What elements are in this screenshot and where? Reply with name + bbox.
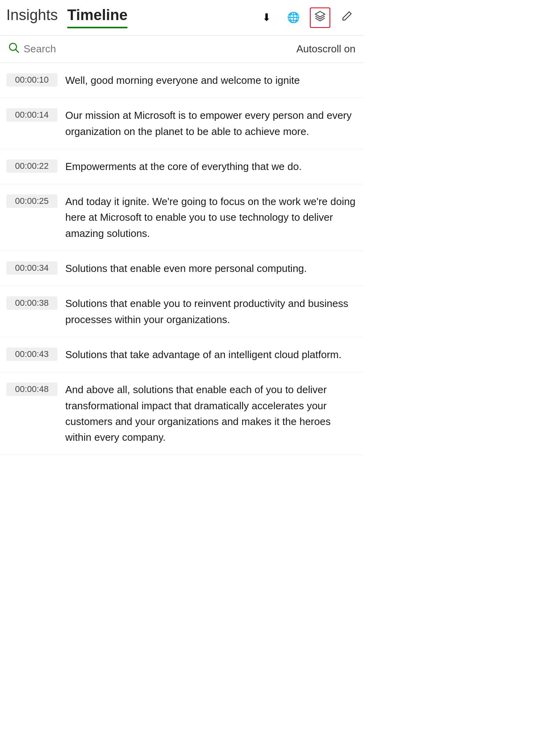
timestamp: 00:00:38 xyxy=(6,296,57,310)
download-icon: ⬇ xyxy=(262,11,271,24)
edit-icon xyxy=(341,10,353,25)
timestamp: 00:00:48 xyxy=(6,383,57,396)
timeline-entry: 00:00:10 Well, good morning everyone and… xyxy=(0,63,363,98)
transcript-text: Well, good morning everyone and welcome … xyxy=(65,72,355,88)
timestamp: 00:00:43 xyxy=(6,348,57,361)
timeline-entry: 00:00:43 Solutions that take advantage o… xyxy=(0,337,363,372)
timeline-entry: 00:00:14 Our mission at Microsoft is to … xyxy=(0,98,363,149)
svg-line-1 xyxy=(16,50,18,52)
globe-icon: 🌐 xyxy=(287,11,300,24)
transcript-text: Solutions that take advantage of an inte… xyxy=(65,347,355,362)
timeline-entry: 00:00:48 And above all, solutions that e… xyxy=(0,372,363,455)
timeline-entry: 00:00:25 And today it ignite. We're goin… xyxy=(0,184,363,251)
search-bar: Autoscroll on xyxy=(0,35,363,63)
timestamp: 00:00:10 xyxy=(6,73,57,87)
timestamp: 00:00:14 xyxy=(6,108,57,122)
tab-timeline[interactable]: Timeline xyxy=(67,7,127,28)
timeline-entry: 00:00:38 Solutions that enable you to re… xyxy=(0,286,363,337)
nav-tabs: Insights Timeline xyxy=(6,7,127,28)
timestamp: 00:00:25 xyxy=(6,194,57,208)
transcript-text: And above all, solutions that enable eac… xyxy=(65,382,355,445)
search-icon xyxy=(8,42,20,56)
timestamp: 00:00:22 xyxy=(6,159,57,173)
search-input[interactable] xyxy=(24,43,142,55)
header-actions: ⬇ 🌐 xyxy=(256,7,357,28)
timeline-entry: 00:00:22 Empowerments at the core of eve… xyxy=(0,149,363,184)
timestamp: 00:00:34 xyxy=(6,261,57,275)
transcript-text: Solutions that enable even more personal… xyxy=(65,261,355,276)
layers-icon xyxy=(314,10,326,25)
transcript-text: Empowerments at the core of everything t… xyxy=(65,159,355,174)
autoscroll-status: Autoscroll on xyxy=(296,43,355,55)
timeline-list: 00:00:10 Well, good morning everyone and… xyxy=(0,63,363,455)
edit-button[interactable] xyxy=(337,7,357,28)
globe-button[interactable]: 🌐 xyxy=(283,7,304,28)
timeline-entry: 00:00:34 Solutions that enable even more… xyxy=(0,251,363,286)
tab-insights[interactable]: Insights xyxy=(6,7,58,28)
header: Insights Timeline ⬇ 🌐 xyxy=(0,0,363,35)
transcript-text: And today it ignite. We're going to focu… xyxy=(65,194,355,241)
transcript-text: Our mission at Microsoft is to empower e… xyxy=(65,107,355,139)
download-button[interactable]: ⬇ xyxy=(256,7,277,28)
transcript-text: Solutions that enable you to reinvent pr… xyxy=(65,296,355,327)
search-left xyxy=(8,42,142,56)
layers-button[interactable] xyxy=(310,7,330,28)
